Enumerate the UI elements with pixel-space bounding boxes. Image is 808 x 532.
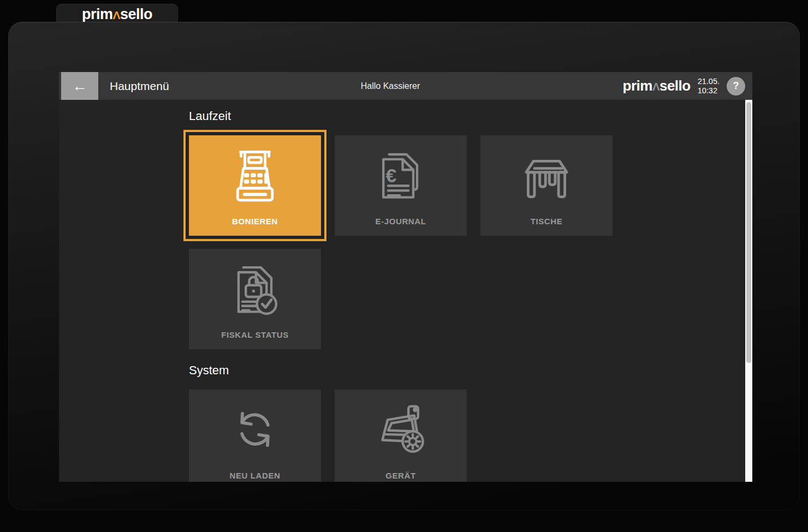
- main-content: Laufzeit: [59, 100, 752, 482]
- tile-grid-system: NEU LADEN: [189, 390, 615, 482]
- tile-tische[interactable]: TISCHE: [480, 135, 613, 236]
- reload-icon: [189, 401, 321, 458]
- tile-neu-laden[interactable]: NEU LADEN: [189, 390, 321, 482]
- tile-e-journal[interactable]: € E-JOURNAL: [335, 135, 467, 236]
- app-window: ← Hauptmenü Hallo Kassierer primΛsello 2…: [8, 22, 800, 510]
- cash-register-icon: [189, 146, 321, 204]
- scrollbar-thumb[interactable]: [746, 102, 751, 363]
- scrollbar-track[interactable]: [745, 100, 752, 482]
- pos-app: ← Hauptmenü Hallo Kassierer primΛsello 2…: [59, 72, 752, 482]
- tile-bonieren[interactable]: BONIEREN: [189, 135, 321, 236]
- logo-prefix: prim: [82, 6, 113, 22]
- back-button[interactable]: ←: [61, 72, 98, 100]
- back-arrow-icon: ←: [72, 79, 87, 94]
- section-title-laufzeit: Laufzeit: [189, 108, 752, 124]
- section-title-system: System: [189, 362, 752, 379]
- page-title: Hauptmenü: [110, 80, 169, 93]
- tile-label: FISKAL STATUS: [189, 330, 321, 339]
- tile-label: NEU LADEN: [189, 471, 321, 480]
- tile-fiskal-status[interactable]: FISKAL STATUS: [189, 249, 321, 349]
- primasello-logo: primΛsello: [82, 6, 152, 23]
- app-header: ← Hauptmenü Hallo Kassierer primΛsello 2…: [59, 72, 752, 100]
- tile-label: GERÄT: [335, 471, 467, 480]
- logo-prefix: prim: [623, 77, 652, 94]
- time-label: 10:32: [698, 86, 720, 95]
- euro-journal-icon: €: [335, 146, 467, 204]
- date-label: 21.05.: [698, 77, 720, 86]
- tile-label: TISCHE: [480, 217, 613, 226]
- logo-caret-icon: Λ: [112, 9, 120, 21]
- device-gear-icon: [335, 401, 467, 458]
- tables-icon: [480, 146, 613, 204]
- logo-caret-icon: Λ: [652, 81, 660, 93]
- fiscal-status-icon: [189, 260, 321, 318]
- header-right-group: primΛsello 21.05. 10:32 ?: [623, 77, 752, 95]
- svg-text:€: €: [386, 165, 397, 186]
- tile-geraet[interactable]: GERÄT: [335, 390, 467, 482]
- question-mark-icon: ?: [733, 80, 739, 92]
- logo-suffix: sello: [660, 77, 691, 94]
- datetime: 21.05. 10:32: [698, 77, 720, 95]
- tile-label: E-JOURNAL: [335, 217, 467, 226]
- logo-suffix: sello: [120, 6, 152, 22]
- help-button[interactable]: ?: [727, 77, 745, 95]
- greeting-text: Hallo Kassierer: [361, 72, 420, 100]
- tile-label: BONIEREN: [189, 217, 321, 226]
- primasello-logo: primΛsello: [623, 77, 691, 94]
- tile-grid-laufzeit: BONIEREN: [189, 135, 615, 349]
